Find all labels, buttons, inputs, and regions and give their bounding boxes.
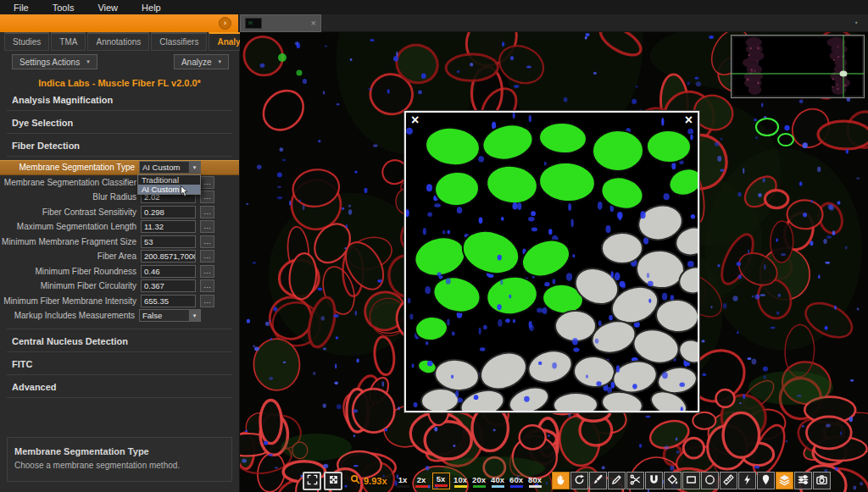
dropdown-option-ai-custom[interactable]: AI Custom: [138, 185, 200, 194]
field-label: Minimum Fiber Circularity: [0, 281, 141, 290]
fiber-area-input[interactable]: 200.8571,7000.7: [141, 250, 196, 263]
zoom-preset-label: 2x: [417, 475, 426, 484]
analysis-panel: StudiesTMAAnnotationsClassifiersAnalysis…: [0, 32, 240, 492]
minimum-fiber-circularity-input[interactable]: 0.367: [141, 279, 196, 292]
ellipsis-button[interactable]: …: [200, 220, 214, 233]
magnet-tool-button[interactable]: [645, 472, 663, 489]
zoom-preset-label: 60x: [509, 475, 523, 484]
slide-viewer[interactable]: × × 9.93x 1x2x5x10x20x40x60x80x: [240, 32, 868, 492]
flash-tool-button[interactable]: [738, 472, 756, 489]
ellipsis-button[interactable]: …: [200, 295, 214, 307]
ellipsis-button[interactable]: …: [200, 206, 214, 218]
zoom-preset-10x[interactable]: 10x: [453, 474, 469, 489]
minimum-fiber-membrane-intensity-input[interactable]: 655.35: [141, 295, 196, 307]
viewer-tab-bar: × ▪: [238, 14, 868, 32]
brush-tool-button[interactable]: [589, 472, 607, 489]
markup-includes-measurements-select[interactable]: False▾: [139, 309, 201, 322]
zoom-preset-underline: [397, 485, 409, 488]
section-fitc[interactable]: FITC: [0, 352, 239, 369]
actions-row: Settings Actions ▾ Analyze ▾: [0, 51, 239, 73]
fullscreen-button[interactable]: [303, 472, 321, 490]
section-advanced[interactable]: Advanced: [0, 375, 239, 392]
magnification-indicator: 9.93x: [350, 474, 387, 487]
help-description: Choose a membrane segmentation method.: [14, 461, 225, 470]
analyze-button[interactable]: Analyze ▾: [174, 54, 229, 69]
chevron-down-icon[interactable]: ▾: [188, 310, 200, 321]
zoom-preset-40x[interactable]: 40x: [490, 474, 506, 489]
menu-tools[interactable]: Tools: [53, 3, 75, 13]
zoom-preset-20x[interactable]: 20x: [471, 474, 487, 489]
minimap[interactable]: [731, 35, 865, 98]
zoom-preset-5x[interactable]: 5x: [432, 473, 450, 489]
ellipsis-button[interactable]: …: [200, 176, 214, 189]
pan-arrows-button[interactable]: [324, 472, 342, 490]
close-icon[interactable]: ×: [411, 113, 419, 127]
tabbar-pin-icon[interactable]: ▪: [855, 19, 862, 26]
section-dye-selection[interactable]: Dye Selection: [0, 111, 239, 128]
minimum-fiber-roundness-input[interactable]: 0.46: [141, 265, 196, 278]
camera-tool-button[interactable]: [813, 472, 831, 489]
pin-tool-button[interactable]: [757, 472, 775, 489]
ellipsis-button[interactable]: …: [200, 250, 214, 263]
image-tab[interactable]: ×: [240, 14, 321, 32]
settings-title: Indica Labs - Muscle Fiber FL v2.0.0*: [0, 78, 239, 88]
scissors-tool-button[interactable]: [626, 472, 644, 489]
field-label: Membrane Segmentation Classifier: [0, 178, 141, 187]
zoom-preset-label: 10x: [453, 475, 467, 484]
dropdown-option-traditional[interactable]: Traditional: [138, 175, 200, 185]
fill-tool-button[interactable]: [664, 472, 682, 489]
analyze-label: Analyze: [181, 58, 212, 67]
rectangle-tool-button[interactable]: [682, 472, 700, 489]
tab-studies[interactable]: Studies: [4, 32, 49, 51]
ellipsis-button[interactable]: …: [200, 279, 214, 292]
adjustments-tool-button[interactable]: [794, 472, 812, 489]
collapse-panel-icon[interactable]: ›: [219, 17, 231, 30]
section-central-nucleus-detection[interactable]: Central Nucleus Detection: [0, 329, 239, 346]
pan-tool-button[interactable]: [552, 472, 570, 489]
ruler-icon: [722, 473, 735, 489]
membrane-segmentation-type-select[interactable]: AI Custom▾: [139, 161, 201, 174]
fiber-contrast-sensitivity-input[interactable]: 0.298: [141, 206, 196, 218]
chevron-down-icon[interactable]: ▾: [188, 162, 200, 173]
chevron-down-icon: ▾: [86, 58, 90, 65]
ellipsis-button[interactable]: …: [200, 265, 214, 278]
zoom-preset-2x[interactable]: 2x: [414, 474, 430, 489]
tab-annotations[interactable]: Annotations: [87, 32, 149, 51]
tab-tma[interactable]: TMA: [51, 32, 86, 51]
zoom-preset-label: 20x: [472, 475, 486, 484]
fill-icon: [666, 473, 679, 489]
ruler-tool-button[interactable]: [720, 472, 737, 489]
section-fiber-detection[interactable]: Fiber Detection: [0, 134, 239, 151]
menu-view[interactable]: View: [97, 3, 118, 13]
rotate-tool-button[interactable]: [570, 472, 588, 489]
field-label: Fiber Area: [0, 252, 141, 261]
section-analysis-magnification[interactable]: Analysis Magnification: [0, 88, 239, 105]
select-value: AI Custom: [140, 163, 188, 172]
ellipsis-button[interactable]: …: [200, 235, 214, 248]
pencil-tool-button[interactable]: [608, 472, 626, 489]
maximum-segmentation-length-input[interactable]: 11.32: [141, 220, 196, 233]
close-icon[interactable]: ×: [685, 113, 693, 127]
zoom-preset-underline: [492, 485, 504, 488]
zoom-preset-80x[interactable]: 80x: [527, 474, 543, 489]
menu-help[interactable]: Help: [142, 3, 161, 13]
fiber-detection-fields: Membrane Segmentation TypeAI Custom▾Trad…: [0, 160, 239, 323]
field-label: Minimum Fiber Roundness: [0, 267, 141, 276]
field-row-markup-includes-measurements: Markup Includes MeasurementsFalse▾: [0, 308, 239, 323]
ellipsis-button[interactable]: …: [200, 191, 214, 203]
help-panel: Membrane Segmentation Type Choose a memb…: [7, 437, 232, 482]
tab-classifiers[interactable]: Classifiers: [151, 32, 207, 51]
minimum-membrane-fragment-size-input[interactable]: 53: [141, 235, 196, 248]
settings-actions-button[interactable]: Settings Actions ▾: [12, 54, 97, 69]
menu-file[interactable]: File: [14, 3, 29, 13]
field-label: Markup Includes Measurements: [0, 311, 139, 320]
close-icon[interactable]: ×: [311, 19, 316, 28]
zoom-preset-1x[interactable]: 1x: [395, 474, 411, 489]
field-row-maximum-segmentation-length: Maximum Segmentation Length11.32…: [0, 219, 239, 235]
layers-tool-button[interactable]: [776, 472, 793, 489]
zoom-preset-label: 80x: [528, 475, 542, 484]
zoom-preset-60x[interactable]: 60x: [509, 474, 525, 489]
ellipse-tool-button[interactable]: [701, 472, 719, 489]
adjustments-icon: [797, 473, 810, 489]
pin-icon: [760, 473, 772, 489]
